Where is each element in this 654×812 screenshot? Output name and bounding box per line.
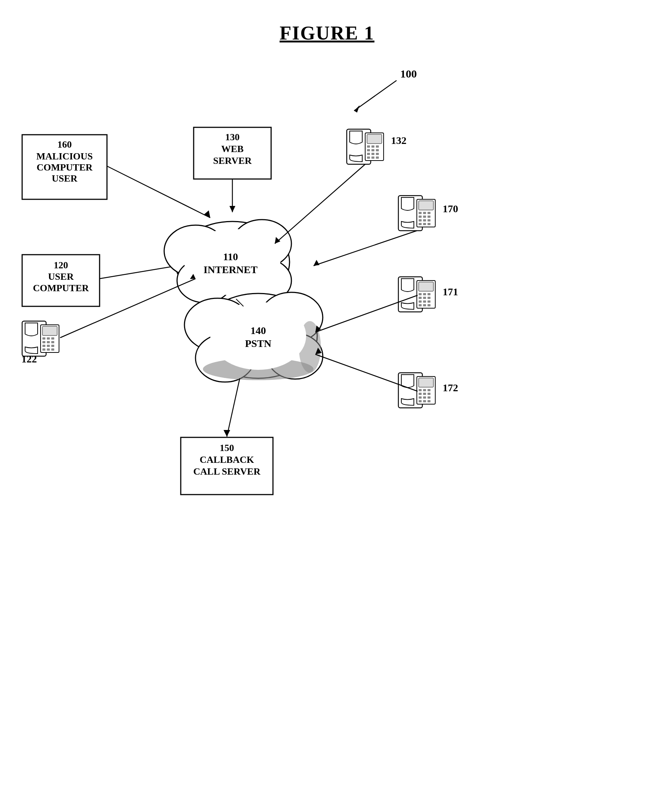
svg-rect-105 [419,378,433,387]
svg-rect-50 [51,345,54,347]
svg-rect-90 [419,293,422,295]
svg-text:INTERNET: INTERNET [203,264,258,275]
svg-rect-75 [423,212,426,214]
svg-rect-45 [43,341,45,343]
phone-132-label: 132 [391,135,406,146]
svg-text:COMPUTER: COMPUTER [33,283,89,293]
svg-rect-57 [367,134,382,144]
svg-rect-46 [47,341,50,343]
svg-text:PSTN: PSTN [245,338,272,349]
svg-text:160: 160 [58,139,72,150]
svg-rect-64 [367,153,370,155]
svg-rect-116 [423,400,426,402]
svg-rect-92 [428,293,431,295]
svg-rect-62 [371,149,374,151]
svg-rect-99 [419,304,422,306]
svg-rect-95 [428,297,431,299]
svg-rect-42 [43,337,45,340]
svg-rect-82 [428,219,431,221]
svg-rect-41 [43,326,57,336]
svg-rect-101 [428,304,431,306]
svg-rect-78 [423,216,426,218]
svg-rect-51 [43,348,45,351]
phone-172 [398,373,435,408]
svg-text:USER: USER [48,271,74,282]
svg-rect-100 [423,304,426,306]
ref-100-label: 100 [400,67,417,80]
svg-rect-111 [428,393,431,395]
svg-rect-112 [419,397,422,398]
svg-text:CALLBACK: CALLBACK [200,454,254,465]
svg-rect-60 [376,146,379,148]
svg-marker-10 [229,206,235,212]
line-171-pstn [315,295,417,332]
svg-rect-91 [423,293,426,295]
svg-rect-68 [371,156,374,159]
svg-marker-6 [203,210,210,218]
svg-rect-94 [423,297,426,299]
phone-122-label: 122 [21,353,37,365]
line-pstn-150 [227,378,240,437]
svg-rect-73 [419,201,433,210]
svg-rect-97 [423,300,426,303]
svg-rect-89 [419,282,433,291]
svg-text:130: 130 [225,132,240,142]
svg-rect-66 [376,153,379,155]
svg-marker-1 [354,105,360,113]
svg-rect-81 [423,219,426,221]
svg-rect-43 [47,337,50,340]
phone-171-label: 171 [443,286,458,297]
phone-122 [22,321,59,356]
svg-rect-117 [428,400,431,402]
line-132-internet [275,164,365,244]
svg-text:SERVER: SERVER [213,155,252,166]
svg-rect-85 [428,223,431,225]
svg-rect-47 [51,341,54,343]
phone-170-label: 170 [443,203,458,214]
svg-rect-110 [423,393,426,395]
svg-rect-98 [428,300,431,303]
svg-text:110: 110 [223,251,238,262]
svg-rect-80 [419,219,422,221]
svg-text:MALICIOUS: MALICIOUS [36,151,93,162]
svg-rect-84 [423,223,426,225]
phone-170 [398,196,435,231]
svg-rect-69 [376,156,379,159]
svg-rect-58 [367,146,370,148]
svg-marker-38 [223,430,230,437]
svg-rect-83 [419,223,422,225]
svg-text:CALL SERVER: CALL SERVER [193,466,260,477]
line-170-cloud [313,231,417,266]
svg-rect-61 [367,149,370,151]
phone-171 [398,277,435,312]
svg-marker-86 [313,260,319,266]
phone-172-label: 172 [443,382,458,394]
svg-rect-67 [367,156,370,159]
svg-text:150: 150 [220,443,234,453]
svg-rect-74 [419,212,422,214]
svg-rect-49 [47,345,50,347]
svg-rect-59 [371,146,374,148]
phone-132 [347,129,384,164]
svg-text:140: 140 [251,325,266,336]
svg-rect-48 [43,345,45,347]
svg-text:USER: USER [52,173,78,184]
diagram-svg: 100 160 MALICIOUS COMPUTER USER 130 WEB … [0,0,654,720]
svg-rect-52 [47,348,50,351]
svg-text:120: 120 [54,260,68,271]
svg-rect-96 [419,300,422,303]
svg-rect-106 [419,389,422,391]
svg-rect-44 [51,337,54,340]
svg-rect-93 [419,297,422,299]
svg-rect-63 [376,149,379,151]
pstn-cloud [185,292,323,382]
svg-text:WEB: WEB [221,144,244,154]
svg-rect-109 [419,393,422,395]
svg-rect-77 [419,216,422,218]
svg-rect-107 [423,389,426,391]
svg-rect-65 [371,153,374,155]
svg-rect-79 [428,216,431,218]
svg-text:COMPUTER: COMPUTER [37,162,93,173]
svg-rect-53 [51,348,54,351]
svg-line-0 [354,80,397,111]
